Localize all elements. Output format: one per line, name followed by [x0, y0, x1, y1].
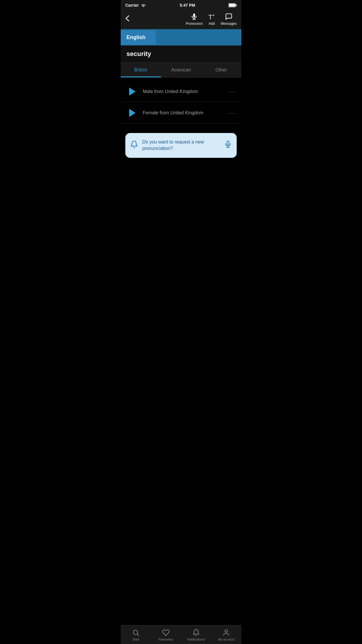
messages-action[interactable]: Messages	[221, 13, 237, 26]
more-options-female-uk[interactable]: ···	[229, 110, 236, 116]
pronunciation-item-female-uk[interactable]: Female from United Kingdom ···	[121, 102, 241, 124]
request-mic-icon	[224, 140, 232, 150]
pronounce-action[interactable]: Pronounce	[186, 13, 203, 26]
wifi-icon	[140, 3, 146, 7]
language-tab[interactable]: English	[121, 30, 156, 45]
nav-actions: Pronounce T + Add Messages	[186, 13, 237, 26]
pronunciation-item-male-uk[interactable]: Male from United Kingdom ···	[121, 81, 241, 102]
tab-other[interactable]: Other	[201, 63, 241, 77]
word-display: security	[126, 50, 151, 57]
word-section: security	[121, 46, 241, 63]
play-button-female-uk[interactable]	[126, 107, 138, 119]
add-label: Add	[209, 22, 215, 26]
tab-american[interactable]: American	[161, 63, 201, 77]
svg-rect-1	[236, 4, 237, 6]
language-bar: English	[121, 29, 241, 46]
add-action[interactable]: T + Add	[208, 13, 215, 26]
back-button[interactable]	[125, 14, 132, 24]
accent-tabs: British American Other	[121, 63, 241, 78]
play-button-male-uk[interactable]	[126, 86, 138, 97]
main-content: English security British American Other …	[121, 29, 241, 272]
messages-label: Messages	[221, 22, 237, 26]
battery-icon	[229, 3, 237, 7]
time-label: 5:47 PM	[180, 3, 195, 8]
carrier-label: Carrier	[125, 3, 139, 8]
svg-rect-8	[227, 141, 229, 145]
bell-icon	[130, 140, 138, 150]
svg-text:T: T	[208, 13, 212, 20]
top-nav: Pronounce T + Add Messages	[121, 10, 241, 29]
svg-rect-2	[229, 4, 235, 7]
status-right	[229, 3, 237, 7]
pronunciation-label-female-uk: Female from United Kingdom	[143, 110, 229, 116]
more-options-male-uk[interactable]: ···	[229, 88, 236, 95]
status-left: Carrier	[125, 3, 146, 8]
play-icon-female-uk	[129, 109, 136, 117]
add-icon: T +	[208, 13, 215, 20]
play-icon-male-uk	[129, 88, 136, 96]
mic-icon	[190, 13, 198, 20]
messages-icon	[225, 13, 233, 20]
request-new-pronunciation-card[interactable]: Do you want to request a new pronunciati…	[125, 133, 237, 158]
pronunciation-label-male-uk: Male from United Kingdom	[143, 89, 229, 94]
language-tab-label: English	[126, 34, 145, 40]
request-text: Do you want to request a new pronunciati…	[142, 139, 220, 152]
pronunciation-list: Male from United Kingdom ··· Female from…	[121, 78, 241, 127]
svg-rect-3	[193, 13, 195, 17]
content-spacer	[121, 164, 241, 251]
status-bar: Carrier 5:47 PM	[121, 0, 241, 10]
pronounce-label: Pronounce	[186, 22, 203, 26]
tab-british[interactable]: British	[121, 63, 161, 77]
svg-text:+: +	[212, 13, 215, 18]
